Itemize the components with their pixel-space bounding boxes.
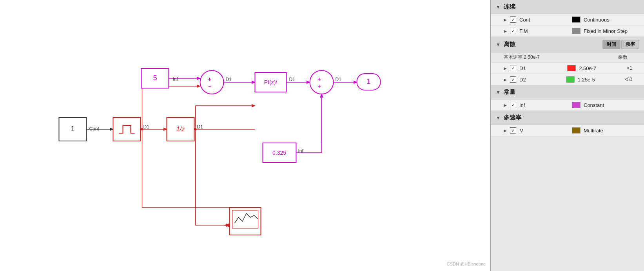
d2-expand-icon: ▶ <box>504 78 507 82</box>
svg-text:0.325: 0.325 <box>272 150 286 156</box>
continuous-section-header[interactable]: ▼ 连续 <box>491 0 644 14</box>
cont-type-label: Continuous <box>584 17 636 23</box>
multiplier-header-label: 乘数 <box>618 54 631 61</box>
multirate-arrow-icon: ▼ <box>496 115 501 121</box>
d1-multiplier: ×1 <box>627 65 636 71</box>
constant-section-label: 常量 <box>504 89 515 96</box>
cont-color-swatch <box>572 16 581 23</box>
svg-point-25 <box>200 70 224 94</box>
fim-checkbox[interactable] <box>510 28 516 34</box>
svg-text:1/z: 1/z <box>176 126 185 132</box>
inf-type-label: Constant <box>584 102 636 108</box>
discrete-tabs: 时间 频率 <box>602 40 639 49</box>
fim-type-label: Fixed in Minor Step <box>584 28 636 34</box>
inf-label: Inf <box>519 102 572 108</box>
right-panel: ▼ 连续 ▶ Cont Continuous ▶ FiM Fixed in Mi… <box>491 0 644 271</box>
m-expand-icon: ▶ <box>504 128 507 133</box>
cont-row: ▶ Cont Continuous <box>491 14 644 25</box>
fim-row: ▶ FiM Fixed in Minor Step <box>491 25 644 37</box>
svg-text:+: + <box>208 76 211 82</box>
simulink-canvas: 1 Cont D1 1/z D1 <box>0 0 491 271</box>
svg-rect-5 <box>113 117 141 141</box>
d1-rate-label: 2.50e-7 <box>579 65 627 71</box>
svg-text:Cont: Cont <box>89 126 100 132</box>
watermark: CSDN @HBisnotme <box>447 262 486 266</box>
constant-arrow-icon: ▼ <box>496 90 501 95</box>
cont-label: Cont <box>519 17 572 23</box>
d1-label: D1 <box>519 65 567 71</box>
m-color-swatch <box>572 127 581 134</box>
svg-text:D1: D1 <box>143 124 150 130</box>
discrete-section-header[interactable]: ▼ 离散 时间 频率 <box>491 37 644 52</box>
d2-row: ▶ D2 1.25e-5 ×50 <box>491 74 644 85</box>
continuous-arrow-icon: ▼ <box>496 4 501 10</box>
m-type-label: Multirate <box>584 128 636 134</box>
inf-expand-icon: ▶ <box>504 103 507 107</box>
inf-row: ▶ Inf Constant <box>491 99 644 111</box>
d1-row: ▶ D1 2.50e-7 ×1 <box>491 63 644 74</box>
tab-rate[interactable]: 频率 <box>621 40 639 49</box>
discrete-section-label: 离散 <box>504 41 515 48</box>
constant-section-header[interactable]: ▼ 常量 <box>491 85 644 99</box>
d2-color-swatch <box>566 76 575 83</box>
inf-checkbox[interactable] <box>510 102 516 108</box>
cont-expand-icon: ▶ <box>504 18 507 22</box>
fim-color-swatch <box>572 28 581 34</box>
d1-expand-icon: ▶ <box>504 66 507 70</box>
svg-text:D1: D1 <box>197 124 203 130</box>
svg-text:D1: D1 <box>289 77 296 82</box>
multirate-section-label: 多速率 <box>504 114 521 121</box>
svg-text:5: 5 <box>153 74 157 82</box>
svg-text:D1: D1 <box>336 77 342 82</box>
d2-checkbox[interactable] <box>510 76 516 83</box>
fim-label: FiM <box>519 28 572 34</box>
svg-text:+: + <box>318 83 321 89</box>
svg-text:Inf: Inf <box>298 148 304 154</box>
fim-expand-icon: ▶ <box>504 29 507 33</box>
multirate-section-header[interactable]: ▼ 多速率 <box>491 111 644 125</box>
d2-rate-label: 1.25e-5 <box>578 77 624 83</box>
svg-text:D1: D1 <box>226 77 232 82</box>
svg-text:Inf: Inf <box>173 76 178 82</box>
discrete-arrow-icon: ▼ <box>496 42 501 47</box>
m-checkbox[interactable] <box>510 127 516 134</box>
tab-time[interactable]: 时间 <box>602 40 620 49</box>
continuous-section-label: 连续 <box>504 3 515 11</box>
svg-text:PI(z)/: PI(z)/ <box>264 79 278 85</box>
svg-text:1: 1 <box>366 78 370 85</box>
svg-text:1: 1 <box>71 125 74 133</box>
base-rate-row: 基本速率 2.50e-7 乘数 <box>491 52 644 63</box>
base-rate-label: 基本速率 2.50e-7 <box>504 54 540 61</box>
d1-checkbox[interactable] <box>510 65 516 71</box>
svg-rect-48 <box>232 210 258 228</box>
cont-checkbox[interactable] <box>510 16 516 23</box>
m-row: ▶ M Multirate <box>491 125 644 136</box>
m-label: M <box>519 128 572 134</box>
svg-text:−: − <box>208 83 211 89</box>
inf-color-swatch <box>572 102 581 108</box>
svg-text:+: + <box>318 76 321 82</box>
svg-point-34 <box>310 70 334 94</box>
d1-color-swatch <box>567 65 576 71</box>
d2-label: D2 <box>519 77 566 83</box>
d2-multiplier: ×50 <box>624 77 636 82</box>
